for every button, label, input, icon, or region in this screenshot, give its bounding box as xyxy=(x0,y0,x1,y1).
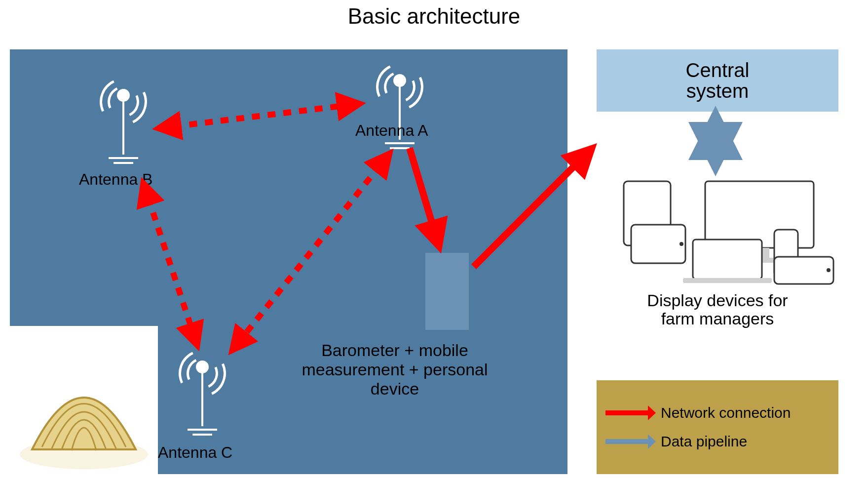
haystack xyxy=(10,326,158,474)
svg-rect-8 xyxy=(693,240,762,279)
display-devices xyxy=(597,170,838,286)
central-system-line2: system xyxy=(686,80,749,101)
antenna-c-label: Antenna C xyxy=(158,443,232,462)
svg-rect-9 xyxy=(683,278,772,283)
legend-row-data: Data pipeline xyxy=(605,433,838,450)
antenna-b-label: Antenna B xyxy=(79,170,152,189)
mobile-device xyxy=(424,252,470,331)
antenna-b xyxy=(94,64,153,168)
legend-arrow-blue-icon xyxy=(605,437,655,446)
diagram-stage: Basic architecture Antenna B Antenna A A… xyxy=(0,0,868,483)
svg-rect-12 xyxy=(774,257,833,284)
display-label-line1: Display devices for xyxy=(597,291,838,310)
central-system-line1: Central xyxy=(686,60,750,80)
svg-point-13 xyxy=(827,268,830,272)
display-devices-icon xyxy=(597,170,838,286)
legend-row-network: Network connection xyxy=(605,404,838,421)
legend-arrow-red-icon xyxy=(605,408,655,417)
mobile-label-line1: Barometer + mobile xyxy=(286,341,503,360)
diagram-title: Basic architecture xyxy=(0,4,868,29)
svg-rect-6 xyxy=(631,225,685,263)
display-label-line2: farm managers xyxy=(597,310,838,328)
antenna-c xyxy=(173,336,232,440)
antenna-a-label: Antenna A xyxy=(355,121,428,140)
svg-point-7 xyxy=(679,242,683,246)
mobile-label-line2: measurement + personal device xyxy=(286,360,503,399)
legend: Network connection Data pipeline xyxy=(597,380,838,474)
display-devices-label: Display devices for farm managers xyxy=(597,291,838,328)
legend-label-network: Network connection xyxy=(661,404,791,421)
central-system: Central system xyxy=(597,49,838,112)
legend-label-data: Data pipeline xyxy=(661,433,747,450)
mobile-device-label: Barometer + mobile measurement + persona… xyxy=(286,341,503,399)
